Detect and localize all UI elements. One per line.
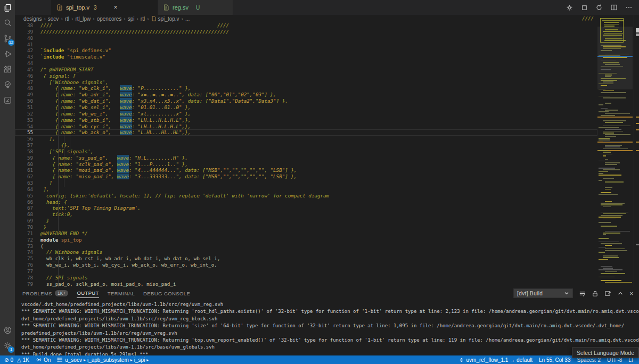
dvt-edit-icon[interactable] — [0, 93, 15, 108]
line-number[interactable]: 67 — [15, 205, 33, 211]
line-number[interactable]: 39 — [15, 29, 33, 35]
line-number[interactable]: 65 — [15, 193, 33, 199]
code-text: wb_clk_i, wb_rst_i, wb_adr_i, wb_dat_i, … — [40, 255, 597, 262]
code-line: 61 { name: "mosi_pad_o", wave: "4...4444… — [15, 167, 597, 173]
output-line: *** SEMANTIC WARNING: WIDTH_MISMATCH_TRU… — [21, 337, 639, 344]
line-number[interactable]: 53 — [15, 117, 33, 123]
line-number[interactable]: 77 — [15, 268, 33, 275]
minimap-line — [603, 120, 626, 121]
line-number[interactable]: 74 — [15, 249, 33, 255]
line-number[interactable]: 38 — [15, 22, 33, 29]
power-status[interactable]: On — [36, 357, 51, 363]
breadcrumb-item[interactable]: rtl_lpw — [75, 16, 91, 22]
output-channel-value: [dvt] Build — [517, 291, 543, 296]
line-number[interactable]: 61 — [15, 167, 33, 173]
line-number[interactable]: 45 — [15, 67, 33, 73]
line-number[interactable]: 47 — [15, 79, 33, 86]
line-number[interactable]: 46 — [15, 73, 33, 79]
breadcrumb-item[interactable]: designs — [23, 16, 42, 22]
line-number[interactable]: 42 — [15, 47, 33, 54]
clear-output-icon[interactable] — [579, 290, 586, 297]
code-line: 42`include "spi_defines.v" — [15, 47, 597, 54]
line-number[interactable]: 75 — [15, 255, 33, 262]
panel-tab-debug-console[interactable]: DEBUG CONSOLE — [143, 289, 190, 298]
panel-tab-output[interactable]: OUTPUT — [77, 288, 99, 298]
breadcrumb-item[interactable]: opencores — [97, 16, 122, 22]
settings-gear-icon[interactable] — [566, 4, 574, 12]
line-number[interactable]: 58 — [15, 148, 33, 155]
search-icon[interactable] — [0, 15, 15, 31]
panel-tab-problems[interactable]: PROBLEMS1K+ — [22, 288, 68, 298]
line-number[interactable]: 55 — [15, 129, 33, 136]
line-number[interactable]: 49 — [15, 92, 33, 98]
line-number[interactable]: 59 — [15, 155, 33, 161]
error-count: 0 — [10, 357, 13, 363]
line-number[interactable]: 48 — [15, 85, 33, 92]
overview-ruler[interactable] — [634, 15, 639, 287]
breadcrumb-item[interactable]: spi — [128, 16, 135, 22]
line-number[interactable]: 54 — [15, 123, 33, 130]
line-number[interactable]: 44 — [15, 60, 33, 67]
line-number[interactable]: 72 — [15, 237, 33, 243]
dvt-verification-icon[interactable] — [0, 77, 15, 93]
more-actions-icon[interactable] — [625, 4, 633, 11]
output-channel-select[interactable]: [dvt] Build — [513, 288, 573, 298]
minimap[interactable] — [597, 17, 633, 286]
line-number[interactable]: 70 — [15, 224, 33, 230]
line-number[interactable]: 78 — [15, 275, 33, 281]
problems-status[interactable]: ⊘ 0 △ 1K — [4, 357, 29, 363]
panel-tab-terminal[interactable]: TERMINAL — [108, 289, 135, 298]
line-number[interactable]: 51 — [15, 104, 33, 111]
line-number[interactable]: 76 — [15, 262, 33, 268]
lock-icon[interactable] — [592, 290, 599, 297]
line-number[interactable]: 52 — [15, 111, 33, 117]
line-number[interactable]: 41 — [15, 42, 33, 48]
line-number[interactable]: 69 — [15, 218, 33, 224]
breadcrumb-item[interactable]: socv — [48, 16, 59, 22]
minimap-line — [605, 145, 622, 146]
breadcrumb-item[interactable]: spi_top.v — [151, 16, 179, 22]
source-control-icon[interactable]: 12 — [0, 31, 15, 46]
line-number[interactable]: 71 — [15, 230, 33, 237]
account-icon[interactable] — [0, 322, 15, 338]
design-scope[interactable]: u_socv ▸ i_apb_subsystem ▸ i_spi ▸ — [57, 357, 149, 363]
line-number[interactable]: 64 — [15, 186, 33, 193]
maximize-panel-icon[interactable] — [617, 290, 624, 296]
line-number[interactable]: 79 — [15, 281, 33, 287]
line-number[interactable]: 68 — [15, 211, 33, 218]
layout-icon[interactable] — [581, 4, 588, 11]
line-number[interactable]: 50 — [15, 98, 33, 104]
line-number[interactable]: 73 — [15, 243, 33, 250]
settings-gear-icon[interactable]: 1 — [0, 338, 15, 353]
line-number[interactable]: 43 — [15, 54, 33, 60]
minimap-line — [603, 133, 614, 134]
breadcrumb-item[interactable]: rtl — [65, 16, 69, 22]
explorer-icon[interactable] — [0, 0, 15, 15]
overview-mark — [636, 123, 639, 124]
line-number[interactable]: 63 — [15, 180, 33, 186]
cursor-position[interactable]: Ln 55, Col 33 — [539, 357, 571, 363]
run-debug-icon[interactable] — [0, 46, 15, 62]
build-config-status[interactable]: uvm_ref_flow_1.1 → default — [458, 357, 532, 363]
line-number[interactable]: 57 — [15, 142, 33, 148]
close-icon[interactable]: × — [114, 4, 118, 11]
close-panel-icon[interactable]: × — [629, 289, 634, 297]
line-number[interactable]: 62 — [15, 173, 33, 180]
code-editor[interactable]: 38//// ////39///////////////////////////… — [15, 22, 597, 287]
line-number[interactable]: 66 — [15, 199, 33, 205]
breadcrumb-item[interactable]: ... — [185, 16, 190, 22]
sync-icon[interactable] — [595, 4, 603, 11]
code-text: { name: "wb_adr_i", wave: "x=..=..=..=..… — [40, 92, 597, 98]
line-number[interactable]: 60 — [15, 161, 33, 168]
breadcrumb-item[interactable]: rtl — [141, 16, 145, 22]
minimap-line — [599, 84, 613, 85]
code-lines: 38//// ////39///////////////////////////… — [15, 22, 597, 287]
tab-reg-sv[interactable]: reg.sv U — [158, 0, 233, 15]
split-editor-icon[interactable] — [610, 4, 618, 11]
tab-spi-top[interactable]: spi_top.v 3 × — [51, 0, 158, 15]
open-in-editor-icon[interactable] — [604, 290, 611, 297]
minimap-line — [604, 40, 626, 41]
line-number[interactable]: 56 — [15, 136, 33, 142]
line-number[interactable]: 40 — [15, 35, 33, 42]
extensions-icon[interactable] — [0, 62, 15, 77]
